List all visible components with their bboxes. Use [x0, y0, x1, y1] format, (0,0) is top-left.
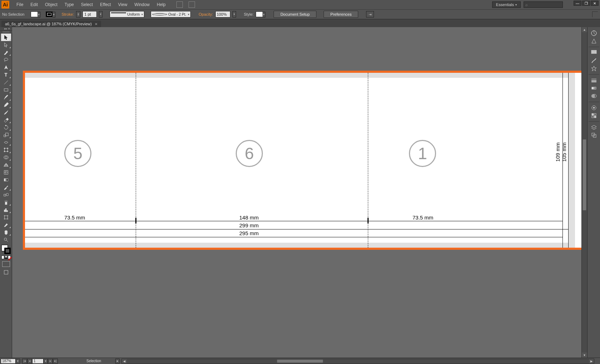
opacity-dropdown[interactable]: ▾: [232, 11, 236, 17]
symbol-sprayer-tool[interactable]: [1, 198, 11, 206]
rectangle-tool[interactable]: [1, 86, 11, 93]
arrange-docs-icon[interactable]: [189, 1, 195, 8]
gradient-tool[interactable]: [1, 176, 11, 183]
align-to-icon[interactable]: ⇥: [366, 11, 374, 17]
layers-panel-icon[interactable]: [590, 123, 598, 131]
preferences-button[interactable]: Preferences: [324, 11, 358, 18]
stroke-weight-link-icon[interactable]: ⇕: [76, 11, 80, 17]
hand-tool[interactable]: [1, 228, 11, 236]
tools-collapse-icon[interactable]: ▸▸ ✕: [0, 27, 12, 31]
menu-object[interactable]: Object: [41, 2, 61, 7]
brushes-panel-icon[interactable]: [590, 57, 598, 65]
fill-swatch[interactable]: ▾: [31, 11, 38, 17]
eyedropper-tool[interactable]: [1, 183, 11, 191]
menu-select[interactable]: Select: [78, 2, 96, 7]
scroll-up-icon[interactable]: ▲: [582, 27, 587, 32]
column-graph-tool[interactable]: [1, 206, 11, 213]
brush-definition[interactable]: Oval - 2 Pt.▾: [151, 11, 191, 17]
scale-tool[interactable]: [1, 131, 11, 138]
menu-edit[interactable]: Edit: [27, 2, 41, 7]
selection-tool[interactable]: [1, 34, 11, 41]
slice-tool[interactable]: [1, 221, 11, 228]
color-mode-gradient[interactable]: [5, 256, 8, 259]
pen-tool[interactable]: [1, 64, 11, 71]
color-mode-none[interactable]: [8, 256, 11, 259]
stroke-swatch[interactable]: ▾: [46, 11, 53, 17]
stroke-panel-icon[interactable]: [590, 76, 598, 84]
color-panel-icon[interactable]: [590, 29, 598, 37]
shape-builder-tool[interactable]: [1, 153, 11, 161]
zoom-tool[interactable]: [1, 236, 11, 243]
zoom-dropdown[interactable]: ▾: [16, 359, 20, 364]
symbols-panel-icon[interactable]: [590, 65, 598, 72]
stroke-weight-field[interactable]: 1 pt: [82, 11, 97, 17]
blend-tool[interactable]: [1, 191, 11, 198]
scroll-down-icon[interactable]: ▼: [582, 353, 587, 358]
variable-width-profile[interactable]: Uniform▾: [110, 11, 144, 17]
color-guide-panel-icon[interactable]: [590, 37, 598, 45]
eraser-tool[interactable]: [1, 116, 11, 123]
scroll-right-icon[interactable]: ▶: [589, 359, 594, 363]
last-artboard-button[interactable]: ▸|: [53, 359, 58, 364]
artboards-panel-icon[interactable]: [590, 131, 598, 139]
window-maximize-button[interactable]: ❐: [582, 1, 590, 6]
close-tab-icon[interactable]: ✕: [95, 22, 98, 26]
control-bar-menu-icon[interactable]: [592, 11, 598, 17]
status-menu-button[interactable]: ▸: [115, 359, 120, 364]
menu-help[interactable]: Help: [153, 2, 169, 7]
scroll-left-icon[interactable]: ◀: [122, 359, 127, 363]
stroke-weight-dropdown[interactable]: ▾: [99, 11, 102, 17]
edit-toggle-button[interactable]: [1, 268, 11, 276]
mesh-tool[interactable]: [1, 168, 11, 176]
screen-mode-button[interactable]: [2, 261, 10, 267]
canvas[interactable]: 5 6 1 73.5 mm 148 mm 73.5 mm 299 mm 295 …: [12, 27, 587, 358]
menu-file[interactable]: File: [13, 2, 27, 7]
document-tab[interactable]: a6_6s_gf_landscape.ai @ 187% (CMYK/Previ…: [1, 21, 101, 27]
menu-window[interactable]: Window: [131, 2, 153, 7]
artboard-dropdown[interactable]: ▾: [44, 359, 48, 364]
perspective-grid-tool[interactable]: [1, 161, 11, 168]
fill-stroke-swatches[interactable]: [1, 245, 11, 254]
lasso-tool[interactable]: [1, 56, 11, 64]
free-transform-tool[interactable]: [1, 146, 11, 153]
blob-brush-tool[interactable]: [1, 108, 11, 116]
paintbrush-tool[interactable]: [1, 93, 11, 101]
menu-effect[interactable]: Effect: [96, 2, 114, 7]
direct-selection-tool[interactable]: [1, 41, 11, 49]
color-mode-solid[interactable]: [1, 256, 4, 259]
document-setup-button[interactable]: Document Setup: [274, 11, 316, 18]
bridge-icon[interactable]: [176, 1, 183, 8]
transparency-panel-icon[interactable]: [590, 92, 598, 100]
window-minimize-button[interactable]: —: [574, 1, 581, 6]
menu-type[interactable]: Type: [61, 2, 78, 7]
vscroll-track[interactable]: [582, 32, 587, 353]
hscroll-thumb[interactable]: [277, 359, 323, 363]
appearance-panel-icon[interactable]: [590, 104, 598, 112]
menu-view[interactable]: View: [115, 2, 131, 7]
type-tool[interactable]: T: [1, 71, 11, 79]
magic-wand-tool[interactable]: [1, 49, 11, 56]
prev-artboard-button[interactable]: ◂: [27, 359, 32, 364]
hscroll-track[interactable]: [127, 359, 589, 363]
graphic-styles-panel-icon[interactable]: [590, 112, 598, 120]
gradient-panel-icon[interactable]: [590, 84, 598, 92]
graphic-style-swatch[interactable]: ▾: [256, 11, 263, 17]
swatches-panel-icon[interactable]: [590, 49, 598, 57]
stroke-color-icon[interactable]: [4, 248, 11, 254]
window-close-button[interactable]: ✕: [591, 1, 599, 6]
pencil-tool[interactable]: [1, 101, 11, 108]
width-tool[interactable]: [1, 138, 11, 146]
artboard-tool[interactable]: [1, 213, 11, 221]
vertical-scrollbar[interactable]: ▲ ▼: [581, 27, 587, 358]
workspace-switcher[interactable]: Essentials▾: [492, 1, 521, 8]
next-artboard-button[interactable]: ▸: [48, 359, 53, 364]
artboard-number-field[interactable]: 1: [32, 359, 44, 364]
zoom-field[interactable]: 187%: [1, 359, 16, 364]
opacity-field[interactable]: 100%: [215, 11, 230, 17]
horizontal-scrollbar[interactable]: ◀ ▶: [121, 359, 594, 364]
first-artboard-button[interactable]: |◂: [22, 359, 27, 364]
rotate-tool[interactable]: [1, 123, 11, 131]
line-tool[interactable]: [1, 79, 11, 86]
vscroll-thumb[interactable]: [582, 139, 586, 211]
search-input[interactable]: ⌕: [524, 1, 563, 8]
